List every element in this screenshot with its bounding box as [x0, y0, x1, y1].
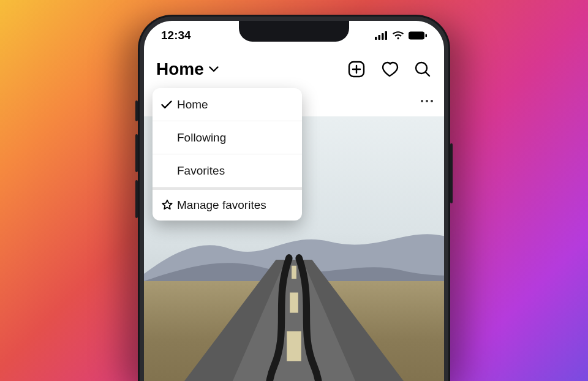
phone-frame: 12:34 Home [138, 15, 450, 381]
chevron-down-icon [209, 64, 219, 75]
battery-icon [409, 31, 427, 40]
feed-selector-menu: Home Following Favorites Manage favorite… [153, 88, 302, 221]
app-header: Home [144, 53, 444, 86]
phone-mute-switch [135, 100, 138, 121]
menu-item-label: Following [177, 131, 226, 145]
svg-rect-5 [426, 34, 428, 37]
search-button[interactable] [413, 60, 432, 78]
phone-volume-down [135, 180, 138, 218]
search-icon [414, 61, 431, 78]
cellular-icon [375, 31, 388, 40]
plus-square-icon [348, 61, 365, 78]
check-icon [161, 100, 177, 109]
svg-rect-1 [379, 35, 381, 40]
wifi-icon [392, 31, 404, 40]
svg-rect-3 [385, 31, 388, 40]
post-options-button[interactable] [421, 100, 433, 102]
heart-icon [380, 61, 399, 78]
menu-item-favorites[interactable]: Favorites [153, 154, 302, 187]
svg-rect-0 [375, 37, 377, 40]
feed-selector-button[interactable]: Home [156, 59, 219, 79]
menu-item-label: Favorites [177, 164, 225, 178]
star-icon [161, 199, 177, 211]
menu-item-label: Manage favorites [177, 198, 266, 212]
feed-selector-title: Home [156, 59, 204, 79]
svg-rect-2 [382, 33, 384, 40]
status-time: 12:34 [161, 29, 191, 42]
menu-item-manage-favorites[interactable]: Manage favorites [153, 187, 302, 221]
dots-icon [421, 100, 423, 102]
status-icons [375, 31, 427, 40]
menu-item-home[interactable]: Home [153, 88, 302, 121]
menu-item-following[interactable]: Following [153, 121, 302, 154]
phone-volume-up [135, 134, 138, 172]
phone-screen: 12:34 Home [144, 21, 444, 381]
activity-button[interactable] [380, 60, 399, 78]
skid-marks [144, 252, 444, 381]
create-post-button[interactable] [347, 60, 366, 78]
phone-notch [239, 21, 349, 42]
svg-rect-4 [409, 32, 424, 40]
menu-item-label: Home [177, 98, 208, 111]
phone-power-button [450, 143, 453, 203]
